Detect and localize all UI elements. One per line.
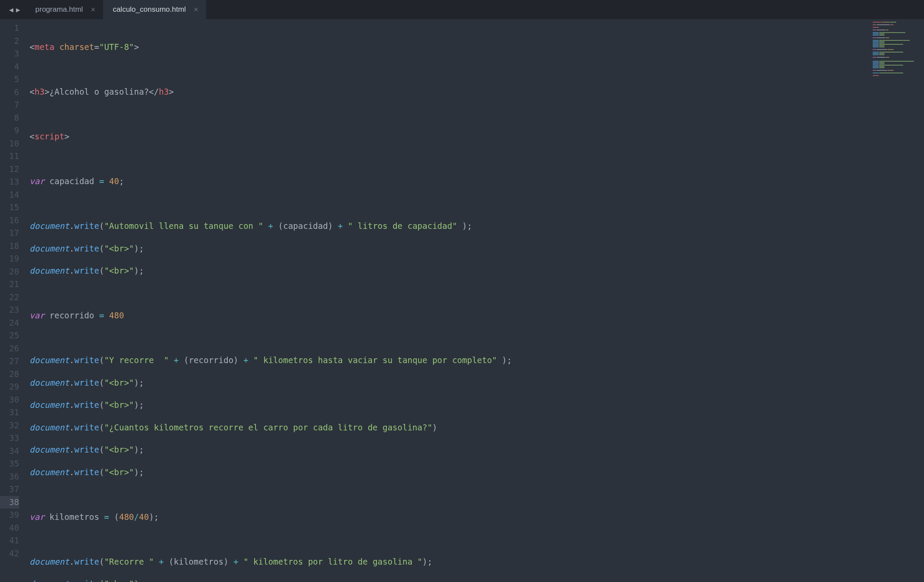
line-number: 15 [0,201,19,214]
gutter: 1234567891011121314151617181920212223242… [0,19,25,582]
line-number: 23 [0,304,19,317]
editor: 1234567891011121314151617181920212223242… [0,19,924,582]
tab-label: programa.html [35,5,83,14]
code-line [30,332,924,345]
line-number: 27 [0,355,19,368]
line-number: 13 [0,175,19,188]
code-line: document.write("Y recorre " + (recorrido… [30,354,924,367]
code-line [30,533,924,546]
line-number: 17 [0,227,19,240]
code-line [30,488,924,501]
line-number: 40 [0,522,19,535]
line-number: 31 [0,406,19,419]
code-line: var capacidad = 40; [30,175,924,188]
line-number: 9 [0,124,19,137]
code-line: var recorrido = 480 [30,309,924,322]
line-number: 21 [0,278,19,291]
code-line: document.write("¿Cuantos kilometros reco… [30,421,924,434]
code-line: document.write("Recorre " + (kilometros)… [30,556,924,569]
line-number: 26 [0,342,19,355]
line-number: 32 [0,419,19,432]
line-number: 7 [0,99,19,112]
code-line [30,198,924,211]
code-line [30,63,924,76]
line-number: 39 [0,509,19,522]
line-number: 36 [0,470,19,483]
line-number: 2 [0,35,19,48]
line-number: 19 [0,252,19,265]
close-icon[interactable]: × [194,5,199,14]
tab-bar: ◀ ▶ programa.html × calculo_consumo.html… [0,0,924,19]
code-line [30,287,924,300]
line-number: 25 [0,329,19,342]
minimap[interactable] [873,22,921,96]
code-line: var kilometros = (480/40); [30,511,924,524]
code-line [30,153,924,166]
code-line: document.write("Automovil llena su tanqu… [30,220,924,233]
nav-back-icon[interactable]: ◀ [9,6,13,14]
line-number: 20 [0,265,19,278]
line-number: 16 [0,214,19,227]
line-number: 10 [0,137,19,150]
line-number: 18 [0,240,19,253]
code-line: document.write("<br>"); [30,578,924,582]
line-number: 41 [0,534,19,547]
code-line: document.write("<br>"); [30,265,924,278]
code-line: <meta charset="UTF-8"> [30,41,924,54]
nav-forward-icon[interactable]: ▶ [16,6,20,14]
code-line: document.write("<br>"); [30,443,924,456]
line-number: 29 [0,380,19,394]
code-line: document.write("<br>"); [30,466,924,479]
line-number: 33 [0,432,19,445]
code-line: <h3>¿Alcohol o gasolina?</h3> [30,86,924,99]
line-number: 8 [0,112,19,125]
code-line [30,108,924,121]
line-number: 34 [0,445,19,458]
line-number: 30 [0,394,19,407]
line-number: 12 [0,163,19,176]
line-number: 24 [0,317,19,330]
line-number: 6 [0,86,19,99]
code-area[interactable]: <meta charset="UTF-8"> <h3>¿Alcohol o ga… [25,19,924,582]
code-line: document.write("<br>"); [30,377,924,390]
line-number: 35 [0,457,19,470]
line-number: 37 [0,483,19,496]
line-number: 5 [0,73,19,86]
line-number: 28 [0,368,19,381]
code-line: <script> [30,130,924,143]
line-number: 1 [0,22,19,35]
line-number: 3 [0,47,19,60]
line-number: 4 [0,60,19,73]
tab-programa[interactable]: programa.html × [26,0,103,19]
close-icon[interactable]: × [91,5,96,14]
line-number: 42 [0,547,19,560]
line-number: 11 [0,150,19,163]
line-number: 38 [0,496,19,509]
tab-label: calculo_consumo.html [113,5,186,14]
tab-calculo-consumo[interactable]: calculo_consumo.html × [103,0,206,19]
nav-arrows: ◀ ▶ [3,6,26,14]
line-number: 14 [0,188,19,202]
code-line: document.write("<br>"); [30,399,924,412]
code-line: document.write("<br>"); [30,242,924,255]
line-number: 22 [0,291,19,304]
